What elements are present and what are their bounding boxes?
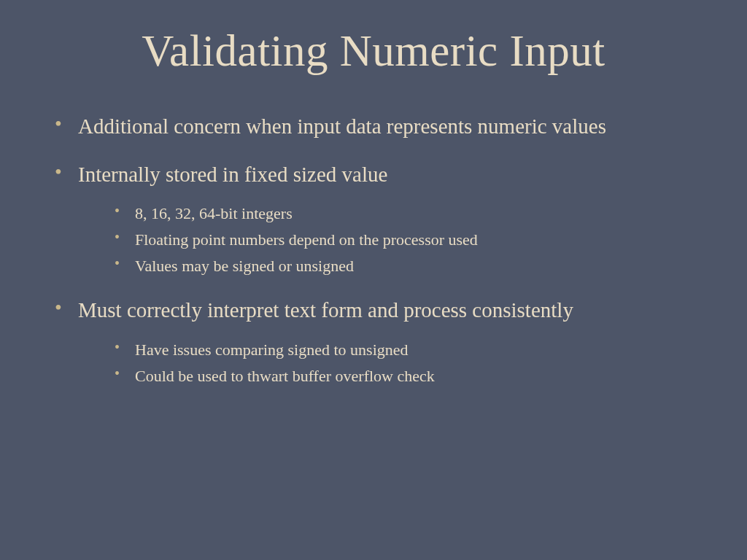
sub-bullet-item: 8, 16, 32, 64-bit integers: [115, 203, 711, 225]
slide-container: Validating Numeric Input Additional conc…: [0, 0, 747, 560]
main-bullet-list: Additional concern when input data repre…: [36, 113, 711, 387]
slide-title: Validating Numeric Input: [36, 26, 711, 77]
sub-bullet-item: Values may be signed or unsigned: [115, 255, 711, 277]
bullet-text: Internally stored in fixed sized value: [78, 163, 387, 186]
bullet-item: Additional concern when input data repre…: [55, 113, 711, 141]
sub-bullet-list: 8, 16, 32, 64-bit integers Floating poin…: [78, 203, 711, 276]
bullet-text: Must correctly interpret text form and p…: [78, 298, 573, 322]
bullet-item: Must correctly interpret text form and p…: [55, 297, 711, 386]
bullet-item: Internally stored in fixed sized value 8…: [55, 161, 711, 277]
sub-bullet-list: Have issues comparing signed to unsigned…: [78, 339, 711, 386]
bullet-text: Additional concern when input data repre…: [78, 114, 606, 138]
sub-bullet-item: Floating point numbers depend on the pro…: [115, 229, 711, 251]
sub-bullet-item: Could be used to thwart buffer overflow …: [115, 365, 711, 387]
sub-bullet-item: Have issues comparing signed to unsigned: [115, 339, 711, 361]
